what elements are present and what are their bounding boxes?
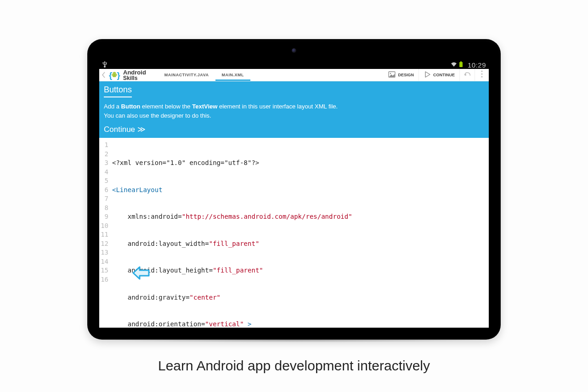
instr-bold2: TextView	[192, 103, 217, 110]
instr-bold1: Button	[121, 103, 141, 110]
code-editor[interactable]: 12345678910111213141516 <?xml version="1…	[99, 138, 489, 328]
overflow-icon	[481, 70, 483, 80]
lesson-continue-link[interactable]: Continue ≫	[104, 125, 484, 134]
tablet-frame: 10:29 { } Android Skills	[87, 39, 501, 340]
action-bar: { } Android Skills MAINACTIVITY.JAVA MAI…	[99, 69, 489, 81]
design-button[interactable]: DESIGN	[384, 69, 418, 81]
svg-rect-3	[103, 62, 104, 63]
svg-rect-9	[113, 74, 116, 77]
clock: 10:29	[468, 61, 486, 69]
instr-mid: element below the	[140, 103, 192, 110]
line-gutter: 12345678910111213141516	[99, 138, 110, 328]
continue-label: CONTINUE	[433, 73, 455, 77]
svg-point-20	[481, 76, 482, 77]
undo-button[interactable]	[460, 69, 475, 81]
code-line-5a: android:layout_height	[128, 267, 209, 274]
code-line-7a: android:orientation	[128, 320, 201, 328]
code-line-7v: "vertical"	[205, 320, 243, 328]
camera-dot	[292, 48, 296, 53]
svg-point-13	[115, 73, 115, 73]
svg-point-15	[390, 73, 391, 74]
app-title-line1: Android	[123, 69, 146, 75]
svg-text:{: {	[109, 70, 112, 80]
svg-marker-16	[425, 72, 430, 77]
app-logo-icon: { }	[108, 69, 120, 81]
svg-point-12	[113, 73, 114, 73]
battery-icon	[459, 61, 463, 69]
svg-point-19	[481, 73, 482, 74]
svg-rect-5	[459, 62, 463, 67]
design-label: DESIGN	[398, 73, 414, 77]
svg-point-18	[481, 70, 482, 72]
code-line-6v: "center"	[190, 294, 220, 301]
continue-link-label: Continue ≫	[104, 125, 146, 134]
tab-main-xml[interactable]: MAIN.XML	[215, 69, 251, 81]
promo-caption: Learn Android app development interactiv…	[158, 358, 430, 374]
device-screen: 10:29 { } Android Skills	[99, 61, 489, 328]
back-chevron-icon	[101, 71, 106, 79]
code-area[interactable]: <?xml version="1.0" encoding="utf-8"?> <…	[110, 138, 352, 328]
svg-text:}: }	[117, 70, 120, 80]
svg-marker-2	[104, 61, 106, 62]
svg-rect-1	[104, 62, 105, 67]
tab-mainactivity-java[interactable]: MAINACTIVITY.JAVA	[158, 69, 215, 81]
play-icon	[424, 71, 431, 79]
continue-button[interactable]: CONTINUE	[419, 69, 459, 81]
instr-line2: You can also use the designer to do this…	[104, 112, 211, 119]
image-icon	[388, 71, 396, 79]
code-line-3a: xmlns:android	[128, 213, 178, 220]
app-title-line2: Skills	[123, 75, 146, 81]
lesson-instruction: Add a Button element below the TextView …	[104, 102, 484, 120]
code-line-1: <?xml version="1.0" encoding="utf-8"?>	[112, 159, 259, 166]
usb-icon	[102, 61, 107, 69]
svg-rect-10	[112, 74, 112, 76]
code-line-2: <LinearLayout	[112, 186, 163, 193]
svg-point-4	[106, 62, 107, 63]
svg-rect-11	[116, 74, 117, 76]
lesson-panel: Buttons Add a Button element below the T…	[99, 81, 489, 138]
code-line-4a: android:layout_width	[128, 240, 205, 247]
overflow-menu-button[interactable]	[475, 69, 489, 81]
status-bar: 10:29	[99, 61, 489, 69]
code-line-4v: "fill_parent"	[209, 240, 260, 247]
undo-icon	[464, 71, 471, 79]
wifi-icon	[451, 62, 457, 68]
instr-prefix: Add a	[104, 103, 121, 110]
code-line-5v: "fill_parent"	[213, 267, 263, 274]
instr-suffix: element in this user interface layout XM…	[217, 103, 338, 110]
svg-rect-6	[460, 62, 462, 62]
code-line-6a: android:gravity	[128, 294, 186, 301]
code-line-3v: "http://schemas.android.com/apk/res/andr…	[182, 213, 352, 220]
app-up-button[interactable]: { } Android Skills	[99, 69, 150, 81]
code-line-7c: >	[244, 320, 252, 328]
lesson-title: Buttons	[104, 85, 132, 97]
